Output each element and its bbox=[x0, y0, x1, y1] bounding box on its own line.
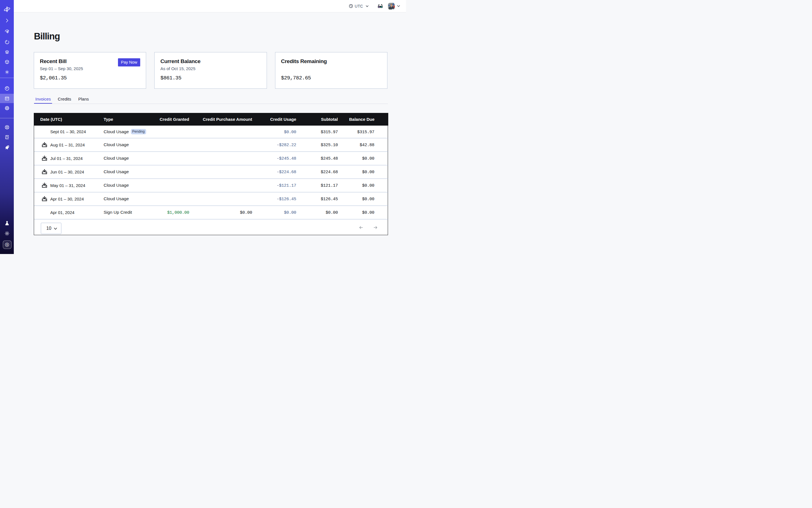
svg-text:$: $ bbox=[6, 244, 8, 246]
